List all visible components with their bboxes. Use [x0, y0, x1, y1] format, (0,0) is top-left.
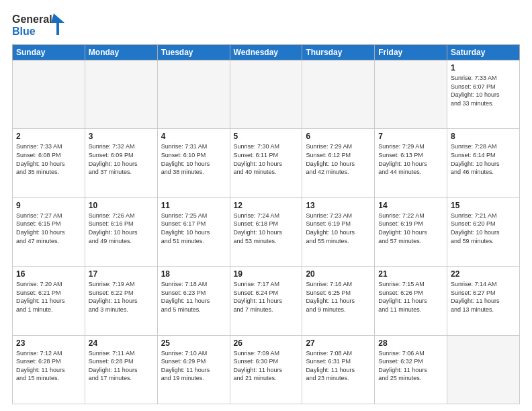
week-row-0: 1Sunrise: 7:33 AM Sunset: 6:07 PM Daylig…	[13, 60, 520, 129]
calendar-cell: 2Sunrise: 7:33 AM Sunset: 6:08 PM Daylig…	[13, 129, 85, 197]
header: GeneralBlue	[12, 11, 520, 38]
calendar-cell: 7Sunrise: 7:29 AM Sunset: 6:13 PM Daylig…	[375, 129, 447, 197]
calendar-cell: 12Sunrise: 7:24 AM Sunset: 6:18 PM Dayli…	[230, 197, 302, 266]
calendar-cell: 19Sunrise: 7:17 AM Sunset: 6:24 PM Dayli…	[230, 267, 302, 335]
calendar-cell: 3Sunrise: 7:32 AM Sunset: 6:09 PM Daylig…	[85, 129, 157, 197]
day-info: Sunrise: 7:22 AM Sunset: 6:19 PM Dayligh…	[378, 212, 443, 245]
day-number: 22	[451, 269, 516, 279]
logo-icon: GeneralBlue	[12, 11, 66, 38]
calendar-header-row: SundayMondayTuesdayWednesdayThursdayFrid…	[13, 45, 520, 60]
day-info: Sunrise: 7:21 AM Sunset: 6:20 PM Dayligh…	[451, 212, 516, 245]
calendar-cell: 10Sunrise: 7:26 AM Sunset: 6:16 PM Dayli…	[85, 197, 157, 266]
calendar-cell: 28Sunrise: 7:06 AM Sunset: 6:32 PM Dayli…	[375, 335, 447, 404]
day-info: Sunrise: 7:18 AM Sunset: 6:23 PM Dayligh…	[161, 280, 226, 314]
header-sunday: Sunday	[13, 45, 85, 60]
day-number: 13	[306, 201, 371, 210]
calendar-cell: 21Sunrise: 7:15 AM Sunset: 6:26 PM Dayli…	[375, 267, 447, 335]
calendar-cell: 18Sunrise: 7:18 AM Sunset: 6:23 PM Dayli…	[157, 267, 230, 335]
day-number: 21	[378, 269, 443, 279]
week-row-2: 9Sunrise: 7:27 AM Sunset: 6:15 PM Daylig…	[13, 197, 520, 266]
day-number: 16	[16, 269, 81, 279]
day-info: Sunrise: 7:26 AM Sunset: 6:16 PM Dayligh…	[89, 212, 154, 245]
day-number: 11	[161, 201, 226, 210]
day-info: Sunrise: 7:20 AM Sunset: 6:21 PM Dayligh…	[16, 280, 81, 314]
day-number: 19	[234, 269, 299, 279]
calendar-cell: 8Sunrise: 7:28 AM Sunset: 6:14 PM Daylig…	[447, 129, 520, 197]
day-info: Sunrise: 7:31 AM Sunset: 6:10 PM Dayligh…	[161, 142, 226, 176]
calendar-cell	[447, 335, 520, 404]
day-info: Sunrise: 7:33 AM Sunset: 6:07 PM Dayligh…	[451, 74, 516, 107]
day-info: Sunrise: 7:19 AM Sunset: 6:22 PM Dayligh…	[89, 280, 154, 314]
day-number: 9	[16, 201, 81, 210]
day-number: 8	[451, 132, 516, 141]
day-number: 10	[89, 201, 154, 210]
day-number: 15	[451, 201, 516, 210]
day-info: Sunrise: 7:33 AM Sunset: 6:08 PM Dayligh…	[16, 142, 81, 176]
day-number: 1	[451, 63, 516, 73]
calendar-cell: 25Sunrise: 7:10 AM Sunset: 6:29 PM Dayli…	[157, 335, 230, 404]
week-row-4: 23Sunrise: 7:12 AM Sunset: 6:28 PM Dayli…	[13, 335, 520, 404]
page: GeneralBlue SundayMondayTuesdayWednesday…	[0, 0, 532, 411]
calendar-cell: 13Sunrise: 7:23 AM Sunset: 6:19 PM Dayli…	[302, 197, 375, 266]
day-info: Sunrise: 7:29 AM Sunset: 6:13 PM Dayligh…	[378, 142, 443, 176]
day-number: 14	[378, 201, 443, 210]
day-number: 24	[89, 338, 154, 348]
svg-text:Blue: Blue	[12, 26, 36, 37]
day-number: 20	[306, 269, 371, 279]
calendar-cell: 26Sunrise: 7:09 AM Sunset: 6:30 PM Dayli…	[230, 335, 302, 404]
day-info: Sunrise: 7:28 AM Sunset: 6:14 PM Dayligh…	[451, 142, 516, 176]
day-number: 5	[234, 132, 299, 141]
day-info: Sunrise: 7:17 AM Sunset: 6:24 PM Dayligh…	[234, 280, 299, 314]
logo: GeneralBlue	[12, 11, 66, 38]
week-row-3: 16Sunrise: 7:20 AM Sunset: 6:21 PM Dayli…	[13, 267, 520, 335]
day-number: 18	[161, 269, 226, 279]
calendar-cell: 16Sunrise: 7:20 AM Sunset: 6:21 PM Dayli…	[13, 267, 85, 335]
calendar-cell	[157, 60, 230, 129]
day-info: Sunrise: 7:09 AM Sunset: 6:30 PM Dayligh…	[234, 349, 299, 383]
day-info: Sunrise: 7:24 AM Sunset: 6:18 PM Dayligh…	[234, 212, 299, 245]
day-number: 25	[161, 338, 226, 348]
calendar-cell: 23Sunrise: 7:12 AM Sunset: 6:28 PM Dayli…	[13, 335, 85, 404]
svg-text:General: General	[12, 13, 52, 25]
day-info: Sunrise: 7:11 AM Sunset: 6:28 PM Dayligh…	[89, 349, 154, 383]
day-number: 27	[306, 338, 371, 348]
day-info: Sunrise: 7:14 AM Sunset: 6:27 PM Dayligh…	[451, 280, 516, 314]
day-info: Sunrise: 7:12 AM Sunset: 6:28 PM Dayligh…	[16, 349, 81, 383]
day-number: 17	[89, 269, 154, 279]
day-info: Sunrise: 7:10 AM Sunset: 6:29 PM Dayligh…	[161, 349, 226, 383]
calendar-cell	[375, 60, 447, 129]
day-info: Sunrise: 7:30 AM Sunset: 6:11 PM Dayligh…	[234, 142, 299, 176]
day-number: 7	[378, 132, 443, 141]
calendar-cell: 5Sunrise: 7:30 AM Sunset: 6:11 PM Daylig…	[230, 129, 302, 197]
calendar-cell: 6Sunrise: 7:29 AM Sunset: 6:12 PM Daylig…	[302, 129, 375, 197]
calendar-cell: 11Sunrise: 7:25 AM Sunset: 6:17 PM Dayli…	[157, 197, 230, 266]
calendar-cell: 1Sunrise: 7:33 AM Sunset: 6:07 PM Daylig…	[447, 60, 520, 129]
header-thursday: Thursday	[302, 45, 375, 60]
day-number: 28	[378, 338, 443, 348]
day-info: Sunrise: 7:25 AM Sunset: 6:17 PM Dayligh…	[161, 212, 226, 245]
calendar-cell	[302, 60, 375, 129]
calendar-cell: 27Sunrise: 7:08 AM Sunset: 6:31 PM Dayli…	[302, 335, 375, 404]
calendar-cell	[13, 60, 85, 129]
week-row-1: 2Sunrise: 7:33 AM Sunset: 6:08 PM Daylig…	[13, 129, 520, 197]
day-info: Sunrise: 7:08 AM Sunset: 6:31 PM Dayligh…	[306, 349, 371, 383]
svg-marker-2	[51, 13, 64, 35]
day-number: 2	[16, 132, 81, 141]
calendar-cell	[230, 60, 302, 129]
header-tuesday: Tuesday	[157, 45, 230, 60]
day-info: Sunrise: 7:15 AM Sunset: 6:26 PM Dayligh…	[378, 280, 443, 314]
header-friday: Friday	[375, 45, 447, 60]
day-number: 6	[306, 132, 371, 141]
day-number: 3	[89, 132, 154, 141]
calendar-cell: 17Sunrise: 7:19 AM Sunset: 6:22 PM Dayli…	[85, 267, 157, 335]
calendar-cell: 24Sunrise: 7:11 AM Sunset: 6:28 PM Dayli…	[85, 335, 157, 404]
calendar-cell	[85, 60, 157, 129]
calendar-cell: 9Sunrise: 7:27 AM Sunset: 6:15 PM Daylig…	[13, 197, 85, 266]
header-wednesday: Wednesday	[230, 45, 302, 60]
calendar-cell: 4Sunrise: 7:31 AM Sunset: 6:10 PM Daylig…	[157, 129, 230, 197]
calendar-cell: 22Sunrise: 7:14 AM Sunset: 6:27 PM Dayli…	[447, 267, 520, 335]
calendar-cell: 14Sunrise: 7:22 AM Sunset: 6:19 PM Dayli…	[375, 197, 447, 266]
day-number: 26	[234, 338, 299, 348]
calendar-cell: 20Sunrise: 7:16 AM Sunset: 6:25 PM Dayli…	[302, 267, 375, 335]
day-number: 23	[16, 338, 81, 348]
